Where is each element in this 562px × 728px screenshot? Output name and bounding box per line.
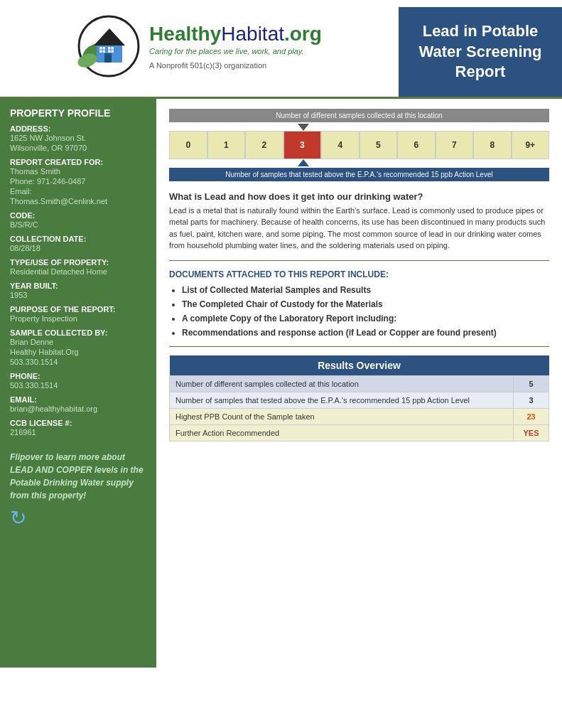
scale-cell-6: 6 bbox=[397, 131, 436, 159]
logo-area: HealthyHabitat.org Caring for the places… bbox=[0, 7, 399, 97]
phone-value-2: 503.330.1514 bbox=[10, 381, 146, 390]
svg-marker-4 bbox=[94, 28, 125, 46]
ccb-value: 216961 bbox=[10, 428, 146, 437]
report-for-email-value: Thomas.Smith@Cenlink.net bbox=[10, 197, 146, 205]
lead-heading: What is Lead and how does it get into ou… bbox=[169, 191, 549, 202]
scale-cell-3: 3 bbox=[283, 131, 322, 159]
address-line2: Wilsonville, OR 97070 bbox=[10, 144, 146, 152]
sidebar: PROPERTY PROFILE ADDRESS: 1625 NW Johnso… bbox=[0, 99, 156, 668]
year-built-value: 1953 bbox=[10, 291, 146, 299]
tagline: Caring for the places we live, work, and… bbox=[149, 47, 303, 55]
results-label-2: Highest PPB Count of the Sample taken bbox=[170, 408, 514, 424]
scale-cell-9+: 9+ bbox=[512, 131, 550, 159]
report-for-phone: Phone: 971-246-0487 bbox=[10, 177, 146, 186]
docs-list: List of Collected Material Samples and R… bbox=[169, 285, 549, 338]
doc-item-1: List of Collected Material Samples and R… bbox=[182, 285, 549, 295]
report-title: Lead in Potable Water Screening Report bbox=[399, 7, 562, 97]
email-label-2: EMAIL: bbox=[10, 395, 146, 404]
divider-2 bbox=[169, 346, 549, 347]
results-value-1: 3 bbox=[514, 392, 549, 408]
flip-arrow-icon: ↻ bbox=[10, 506, 26, 530]
scale-cell-0: 0 bbox=[169, 131, 207, 159]
scale-cell-8: 8 bbox=[473, 131, 512, 159]
main-area: PROPERTY PROFILE ADDRESS: 1625 NW Johnso… bbox=[0, 99, 562, 668]
brand-name: HealthyHabitat.org bbox=[149, 23, 322, 46]
collection-date-value: 08/28/18 bbox=[10, 244, 146, 252]
results-label-1: Number of samples that tested above the … bbox=[170, 392, 514, 408]
email-value-2: brian@healthyhabitat.org bbox=[10, 405, 146, 413]
main-content: Number of different samples collected at… bbox=[156, 99, 562, 668]
results-row-0: Number of different samples collected at… bbox=[170, 375, 549, 392]
nonprofit: A Nonprofit 501(c)(3) organization bbox=[149, 61, 266, 70]
ccb-label: CCB LICENSE #: bbox=[10, 419, 146, 427]
scale-cell-1: 1 bbox=[207, 131, 246, 159]
results-label-3: Further Action Recommended bbox=[170, 424, 514, 441]
report-for-email-label: Email: bbox=[10, 187, 146, 196]
phone-label-2: PHONE: bbox=[10, 372, 146, 380]
doc-item-2: The Completed Chair of Custody for the M… bbox=[182, 299, 549, 309]
doc-item-3: A complete Copy of the Laboratory Report… bbox=[182, 314, 549, 323]
code-label: CODE: bbox=[10, 211, 146, 220]
code-value: B/S/R/C bbox=[10, 220, 146, 229]
results-table: Results Overview Number of different sam… bbox=[169, 355, 549, 441]
sample-collector-name: Brian Denne bbox=[10, 338, 146, 346]
scale-label-top: Number of different samples collected at… bbox=[169, 109, 549, 122]
scale-cell-2: 2 bbox=[245, 131, 283, 159]
scale-container: Number of different samples collected at… bbox=[169, 109, 549, 181]
docs-heading: DOCUMENTS ATTACHED TO THIS REPORT INCLUD… bbox=[169, 269, 549, 279]
results-row-1: Number of samples that tested above the … bbox=[170, 392, 549, 408]
logo-row: HealthyHabitat.org Caring for the places… bbox=[77, 14, 322, 78]
sample-collector-org: Healthy Habitat.Org bbox=[10, 348, 146, 356]
scale-bottom-arrow bbox=[298, 159, 309, 166]
type-label: TYPE/USE OF PROPERTY: bbox=[10, 258, 146, 267]
sidebar-footer: Flipover to learn more about LEAD AND CO… bbox=[10, 451, 146, 502]
results-heading: Results Overview bbox=[170, 355, 549, 376]
report-for-label: REPORT CREATED FOR: bbox=[10, 158, 146, 166]
results-label-0: Number of different samples collected at… bbox=[170, 375, 514, 392]
scale-cell-5: 5 bbox=[360, 131, 398, 159]
scale-label-bottom: Number of samples that tested above the … bbox=[169, 168, 549, 181]
scale-cell-4: 4 bbox=[321, 131, 360, 159]
svg-rect-11 bbox=[104, 53, 112, 63]
results-row-3: Further Action RecommendedYES bbox=[170, 424, 549, 441]
results-row-2: Highest PPB Count of the Sample taken23 bbox=[170, 408, 549, 424]
sample-collected-label: SAMPLE COLLECTED BY: bbox=[10, 328, 146, 337]
address-label: ADDRESS: bbox=[10, 124, 146, 133]
year-built-label: YEAR BUILT: bbox=[10, 282, 146, 290]
header: HealthyHabitat.org Caring for the places… bbox=[0, 0, 562, 99]
purpose-label: PURPOSE OF THE REPORT: bbox=[10, 305, 146, 314]
type-value: Residential Detached Home bbox=[10, 267, 146, 276]
divider-1 bbox=[169, 260, 549, 261]
scale-row: 0123456789+ bbox=[169, 131, 549, 159]
scale-top-arrow bbox=[298, 124, 309, 131]
address-line1: 1625 NW Johnson St. bbox=[10, 134, 146, 142]
purpose-value: Property Inspection bbox=[10, 314, 146, 323]
lead-text: Lead is a metal that is naturally found … bbox=[169, 205, 549, 252]
results-value-3: YES bbox=[514, 424, 549, 441]
brand-text: HealthyHabitat.org Caring for the places… bbox=[149, 23, 322, 70]
results-value-2: 23 bbox=[514, 408, 549, 424]
report-for-name: Thomas Smith bbox=[10, 167, 146, 176]
sample-collector-phone: 503.330.1514 bbox=[10, 358, 146, 366]
doc-item-4: Recommendations and response action (if … bbox=[182, 328, 549, 338]
scale-cell-7: 7 bbox=[436, 131, 474, 159]
collection-date-label: COLLECTION DATE: bbox=[10, 235, 146, 243]
results-value-0: 5 bbox=[514, 375, 549, 392]
house-leaf-icon bbox=[77, 14, 141, 78]
sidebar-section-title: PROPERTY PROFILE bbox=[10, 107, 146, 119]
